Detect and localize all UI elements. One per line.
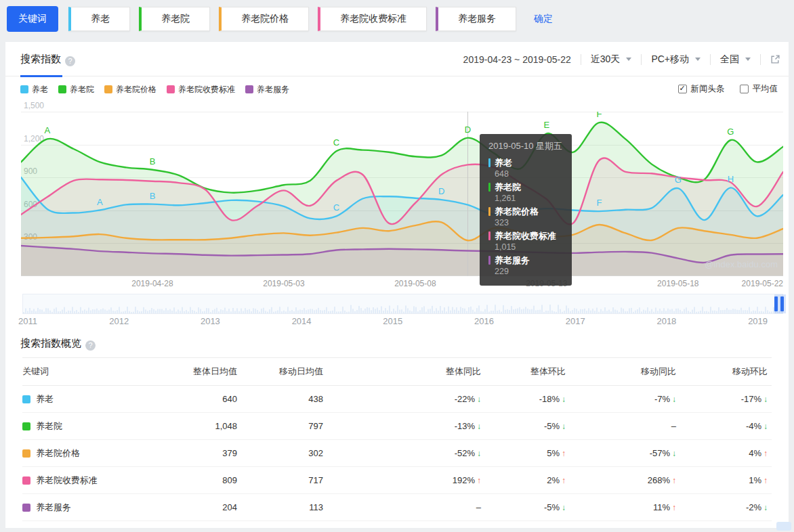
tab-active-underline (20, 75, 62, 77)
table-row[interactable]: 养老院1,048797-13%↓-5%↓–-4%↓ (22, 413, 772, 440)
table-row[interactable]: 养老640438-22%↓-18%↓-7%↓-17%↓ (22, 386, 772, 413)
svg-text:A: A (97, 197, 103, 207)
tooltip-series-value: 1,015 (495, 242, 563, 252)
change-value: -13% (455, 421, 475, 431)
legend-item[interactable]: 养老院收费标准 (167, 84, 235, 95)
change-value: 268% (648, 475, 670, 485)
checkbox-label: 新闻头条 (691, 83, 725, 95)
legend-swatch (58, 85, 66, 93)
avg-value-cell: 1,048 (158, 421, 237, 431)
timeline-year-label: 2011 (18, 316, 37, 326)
scrubber-handle-left[interactable] (774, 296, 778, 311)
time-range-select[interactable]: 近30天 (591, 53, 632, 66)
change-value: -5% (544, 421, 560, 431)
timeline-year-label: 2017 (566, 316, 585, 326)
legend-swatch (167, 85, 175, 93)
column-header: 整体日均值 (158, 365, 237, 378)
tooltip-series-name: 养老 (495, 157, 512, 169)
confirm-link[interactable]: 确定 (534, 13, 553, 25)
keyword-swatch (22, 449, 30, 458)
keyword-chip-2[interactable]: 养老院 (139, 7, 210, 31)
avg-value-cell: 204 (158, 502, 237, 512)
overview-title: 搜索指数概览? (20, 337, 96, 351)
legend-item[interactable]: 养老院价格 (104, 84, 156, 95)
checkbox-average[interactable]: 平均值 (740, 83, 778, 95)
tooltip-item: 养老院价格323 (488, 206, 563, 228)
floating-widget[interactable] (776, 522, 791, 531)
legend-swatch (20, 85, 28, 93)
chevron-down-icon (695, 58, 701, 61)
keyword-cell: 养老院收费标准 (22, 474, 158, 487)
tooltip-series-swatch (488, 183, 490, 192)
change-cell: -57%↓ (566, 448, 676, 458)
table-row[interactable]: 养老院价格379302-52%↓5%↑-57%↓4%↑ (22, 440, 772, 467)
keyword-name: 养老院收费标准 (36, 474, 98, 487)
tooltip-series-value: 648 (495, 169, 563, 179)
arrow-down-icon: ↓ (764, 422, 768, 431)
help-icon[interactable]: ? (85, 340, 96, 351)
checkbox-checked-icon (678, 85, 687, 93)
column-header: 整体环比 (481, 365, 566, 378)
region-select[interactable]: 全国 (720, 53, 751, 66)
avg-value-cell: 797 (237, 421, 323, 431)
device-value: PC+移动 (651, 53, 689, 66)
keyword-chips: 养老养老院养老院价格养老院收费标准养老服务 (68, 7, 525, 31)
legend-swatch (104, 85, 112, 93)
timeline-year-label: 2015 (383, 316, 402, 326)
keyword-chip-5[interactable]: 养老服务 (436, 7, 516, 31)
legend-label: 养老院收费标准 (178, 84, 235, 95)
change-cell: 1%↑ (676, 475, 768, 485)
keyword-cell: 养老 (22, 393, 158, 405)
header-controls: 2019-04-23 ~ 2019-05-22 近30天 PC+移动 全国 (463, 42, 780, 76)
change-cell: 192%↑ (323, 475, 481, 485)
arrow-down-icon: ↓ (764, 395, 768, 404)
change-value: -2% (746, 502, 761, 512)
legend-item[interactable]: 养老 (20, 84, 48, 95)
overview-table: 关键词整体日均值移动日均值整体同比整体环比移动同比移动环比 养老640438-2… (22, 357, 772, 521)
table-row[interactable]: 养老服务204113–-5%↓11%↑-2%↓ (22, 494, 772, 521)
y-axis-label: 1,500 (24, 101, 44, 110)
device-select[interactable]: PC+移动 (651, 53, 701, 66)
svg-text:A: A (44, 125, 50, 135)
arrow-down-icon: ↓ (764, 503, 768, 512)
avg-value-cell: 640 (158, 394, 237, 404)
keywords-button[interactable]: 关键词 (7, 6, 58, 32)
x-axis-label: 2019-05-22 (742, 279, 783, 288)
tooltip-item: 养老院收费标准1,015 (488, 230, 563, 252)
change-value: -7% (654, 394, 670, 404)
avg-value-cell: 302 (237, 448, 323, 458)
legend-item[interactable]: 养老服务 (245, 84, 289, 95)
column-header: 移动环比 (676, 365, 768, 378)
divider (641, 54, 642, 65)
trend-chart[interactable]: 1,5001,200900600300ABCDEFGABCDFGH2019-04… (21, 112, 783, 294)
change-cell: -7%↓ (566, 394, 676, 404)
keyword-chip-3[interactable]: 养老院价格 (219, 7, 309, 31)
scrubber-handle-right[interactable] (780, 296, 784, 311)
divider (710, 54, 711, 65)
help-icon[interactable]: ? (65, 56, 75, 66)
keyword-cell: 养老服务 (22, 502, 158, 514)
chart-svg: ABCDEFGABCDFGH (21, 112, 783, 276)
date-range[interactable]: 2019-04-23 ~ 2019-05-22 (463, 54, 571, 65)
timeline-scrubber[interactable] (22, 294, 783, 314)
keyword-chip-1[interactable]: 养老 (68, 7, 130, 31)
keyword-chip-label: 养老院价格 (241, 13, 289, 25)
checkbox-news-headlines[interactable]: 新闻头条 (678, 83, 725, 95)
tab-label: 搜索指数 (20, 53, 61, 64)
tab-search-index[interactable]: 搜索指数? (20, 53, 75, 66)
column-header: 移动同比 (566, 365, 676, 378)
checkbox-unchecked-icon (740, 85, 749, 93)
external-link-icon[interactable] (770, 54, 780, 64)
keyword-chip-4[interactable]: 养老院收费标准 (318, 7, 427, 31)
watermark: @index.baidu.com (705, 259, 778, 269)
change-cell: -5%↓ (481, 421, 566, 431)
tooltip-series-name: 养老院价格 (495, 206, 539, 217)
overview-title-text: 搜索指数概览 (20, 337, 81, 349)
change-value: – (476, 502, 481, 512)
tooltip-series-name: 养老院收费标准 (495, 230, 556, 242)
legend-item[interactable]: 养老院 (58, 84, 94, 95)
change-value: 192% (453, 475, 475, 485)
keyword-name: 养老服务 (36, 502, 71, 514)
change-value: – (671, 421, 676, 431)
table-row[interactable]: 养老院收费标准809717192%↑2%↑268%↑1%↑ (22, 467, 772, 494)
